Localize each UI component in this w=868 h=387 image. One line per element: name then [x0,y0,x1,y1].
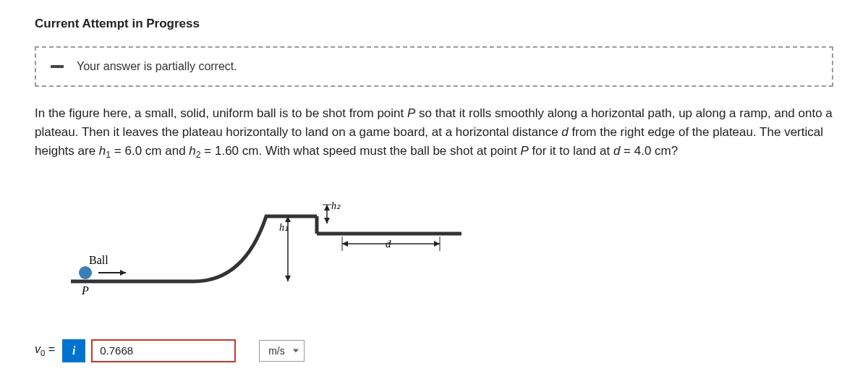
answer-row: v0 = i m/s [35,339,833,362]
point-p-label: P [81,284,89,297]
h1-arrow-bottom [285,276,291,281]
var-v: v [35,343,41,355]
h2-arrow-top [324,205,330,210]
h1-label: h₁ [279,222,289,233]
ball-icon [79,266,92,279]
d-label: d [386,238,391,250]
physics-figure: Ball P h₁ h₂ d [56,180,833,303]
var-h2: h [189,144,195,158]
text-fragment: = 1.60 cm. With what speed must the ball… [201,144,521,158]
answer-variable-label: v0 = [35,341,55,360]
text-fragment: = 4.0 cm? [620,144,678,158]
section-heading: Current Attempt in Progress [35,14,833,33]
d-arrow-left [342,241,348,247]
text-fragment: = 6.0 cm and [111,144,189,158]
equals-sign: = [45,343,55,355]
unit-select-wrap: m/s [259,340,305,362]
problem-statement: In the figure here, a small, solid, unif… [35,104,833,163]
text-fragment: for it to land at [529,144,613,158]
d-arrow-right [434,241,440,247]
h2-label: h₂ [331,200,341,211]
velocity-arrow-head [120,270,126,276]
feedback-alert: Your answer is partially correct. [35,46,833,87]
text-fragment: In the figure here, a small, solid, unif… [35,106,407,120]
var-d: d [561,125,568,139]
ball-label: Ball [89,254,109,266]
var-p: P [407,106,415,120]
answer-input[interactable] [91,339,236,362]
var-h1: h [99,144,106,158]
h2-arrow-bottom [324,218,330,224]
unit-select[interactable]: m/s [259,340,305,362]
minus-icon [51,65,64,68]
figure-svg: Ball P h₁ h₂ d [56,180,461,303]
alert-message: Your answer is partially correct. [77,58,237,75]
info-icon[interactable]: i [62,339,85,362]
var-p: P [520,144,528,158]
var-d: d [613,144,620,158]
sub-2: 2 [196,150,201,161]
